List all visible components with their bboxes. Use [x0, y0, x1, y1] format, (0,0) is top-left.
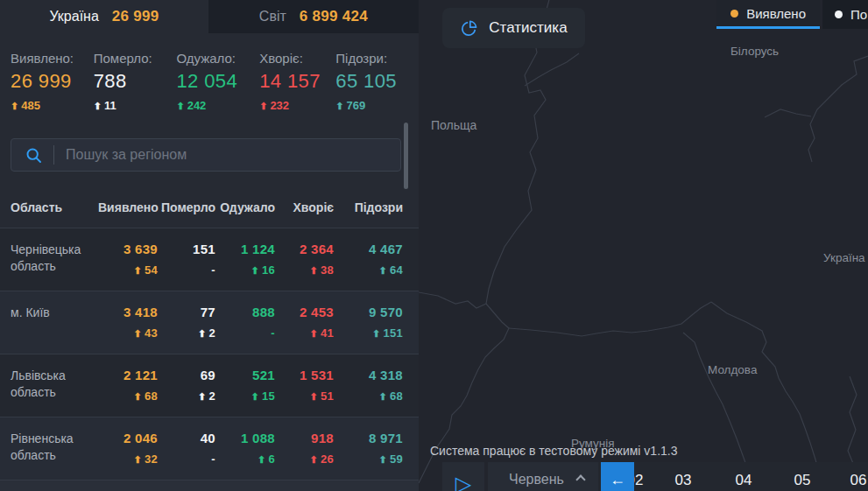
- stat-delta: ⬆11: [94, 99, 177, 112]
- timeline-date[interactable]: 04: [736, 472, 752, 489]
- cell-died: 151-: [158, 242, 215, 291]
- tab-ukraine[interactable]: Україна 26 999: [0, 0, 208, 33]
- statistics-button-label: Статистика: [489, 19, 567, 37]
- table-row[interactable]: Рівненська область 2 046⬆32 40- 1 088⬆6 …: [0, 417, 419, 480]
- tab-world-label: Світ: [259, 9, 286, 25]
- cell-sick: 918⬆26: [275, 431, 334, 480]
- play-button[interactable]: ▷: [442, 462, 484, 491]
- stat-recovered: Одужало: 12 054 ⬆242: [176, 51, 259, 112]
- header-died[interactable]: Померло: [158, 200, 215, 214]
- stat-label: Виявлено:: [11, 51, 94, 66]
- cell-recovered: 521⬆15: [215, 368, 275, 417]
- up-arrow-icon: ⬆: [198, 391, 207, 402]
- up-arrow-icon: ⬆: [378, 391, 387, 402]
- stat-value: 12 054: [176, 70, 259, 93]
- up-arrow-icon: ⬆: [176, 101, 184, 111]
- timeline-date[interactable]: 06: [850, 472, 867, 489]
- map-area[interactable]: Статистика Виявлено По Білорусь Польща У…: [419, 0, 868, 491]
- stat-label: Підозри:: [335, 51, 419, 66]
- month-selector[interactable]: Червень: [488, 462, 598, 491]
- region-search: [11, 138, 401, 172]
- stat-delta: ⬆242: [176, 99, 259, 112]
- stat-suspected: Підозри: 65 105 ⬆769: [335, 51, 419, 112]
- layer-tab-died[interactable]: По: [822, 0, 868, 29]
- cell-died: 77⬆2: [158, 305, 215, 354]
- header-detected[interactable]: Виявлено↓: [98, 200, 158, 214]
- timeline-date[interactable]: 03: [675, 472, 692, 489]
- up-arrow-icon: ⬆: [11, 101, 18, 111]
- cell-suspected: 8 971⬆59: [334, 431, 403, 480]
- stat-delta: ⬆769: [335, 99, 419, 112]
- stat-label: Одужало:: [176, 51, 259, 66]
- region-table: Чернівецька область 3 639⬆54 151- 1 124⬆…: [0, 228, 419, 480]
- map-label-poland: Польща: [431, 118, 476, 132]
- up-arrow-icon: ⬆: [309, 391, 318, 402]
- next-row-edge: [0, 480, 419, 491]
- region-name: м. Київ: [11, 305, 98, 354]
- up-arrow-icon: ⬆: [309, 454, 318, 465]
- cell-sick: 2 453⬆41: [275, 305, 334, 354]
- table-header: Область Виявлено↓ Померло Одужало Хворіє…: [0, 200, 419, 214]
- header-suspected[interactable]: Підозри: [334, 200, 403, 214]
- up-arrow-icon: ⬆: [309, 265, 318, 276]
- country-borders: [419, 0, 868, 491]
- stat-label: Померло:: [94, 51, 177, 66]
- table-row[interactable]: м. Київ 3 418⬆43 77⬆2 888- 2 453⬆41 9 57…: [0, 291, 419, 354]
- stat-detected: Виявлено: 26 999 ⬆485: [11, 51, 94, 112]
- up-arrow-icon: ⬆: [259, 101, 267, 111]
- cell-detected: 3 418⬆43: [98, 305, 158, 354]
- map-label-ukraine: Україна: [823, 251, 865, 264]
- covid-dashboard: Україна 26 999 Світ 6 899 424 Виявлено: …: [0, 0, 868, 491]
- cell-sick: 1 531⬆51: [275, 368, 334, 417]
- header-sick[interactable]: Хворіє: [275, 200, 334, 214]
- up-arrow-icon: ⬆: [133, 328, 142, 339]
- left-arrow-icon: ←: [610, 471, 625, 489]
- stat-delta: ⬆232: [259, 99, 335, 112]
- map-label-belarus: Білорусь: [730, 45, 779, 58]
- cell-died: 69⬆2: [158, 368, 215, 417]
- up-arrow-icon: ⬆: [251, 265, 259, 276]
- layer-tab-label: По: [850, 7, 867, 22]
- up-arrow-icon: ⬆: [94, 101, 102, 111]
- up-arrow-icon: ⬆: [309, 328, 318, 339]
- play-icon: ▷: [455, 473, 471, 491]
- cell-sick: 2 364⬆38: [275, 242, 334, 291]
- region-name: Рівненська область: [11, 431, 98, 480]
- stat-value: 14 157: [259, 70, 335, 93]
- up-arrow-icon: ⬆: [372, 328, 381, 339]
- white-dot-icon: [835, 11, 843, 18]
- up-arrow-icon: ⬆: [133, 391, 142, 402]
- up-arrow-icon: ⬆: [198, 328, 207, 339]
- search-input[interactable]: [66, 147, 355, 163]
- tab-ukraine-value: 26 999: [112, 8, 159, 25]
- up-arrow-icon: ⬆: [378, 265, 387, 276]
- header-region[interactable]: Область: [11, 200, 98, 214]
- up-arrow-icon: ⬆: [335, 101, 343, 111]
- country-tabs: Україна 26 999 Світ 6 899 424: [0, 0, 419, 33]
- search-icon: [25, 146, 43, 165]
- header-recovered[interactable]: Одужало: [215, 200, 275, 214]
- up-arrow-icon: ⬆: [258, 454, 266, 465]
- stat-delta: ⬆485: [11, 99, 94, 112]
- stat-label: Хворіє:: [259, 51, 335, 66]
- timeline-date[interactable]: 05: [794, 472, 811, 489]
- statistics-button[interactable]: Статистика: [442, 8, 585, 48]
- chevron-up-icon: [575, 474, 585, 484]
- region-name: Чернівецька область: [11, 242, 98, 291]
- tab-world[interactable]: Світ 6 899 424: [208, 0, 419, 33]
- tab-world-value: 6 899 424: [300, 8, 368, 25]
- panel-scrollbar[interactable]: [404, 123, 408, 189]
- cell-detected: 2 121⬆68: [98, 368, 158, 417]
- cell-recovered: 1 124⬆16: [215, 242, 275, 291]
- month-label: Червень: [509, 472, 564, 487]
- table-row[interactable]: Чернівецька область 3 639⬆54 151- 1 124⬆…: [0, 228, 419, 291]
- stat-value: 65 105: [335, 70, 419, 93]
- table-row[interactable]: Львівська область 2 121⬆68 69⬆2 521⬆15 1…: [0, 354, 419, 417]
- timeline-back-button[interactable]: ←: [601, 462, 634, 491]
- stat-died: Померло: 788 ⬆11: [94, 51, 177, 112]
- stat-value: 788: [94, 70, 177, 93]
- up-arrow-icon: ⬆: [378, 454, 387, 465]
- cell-detected: 3 639⬆54: [98, 242, 158, 291]
- layer-tab-detected[interactable]: Виявлено: [716, 0, 820, 29]
- stat-value: 26 999: [11, 70, 94, 93]
